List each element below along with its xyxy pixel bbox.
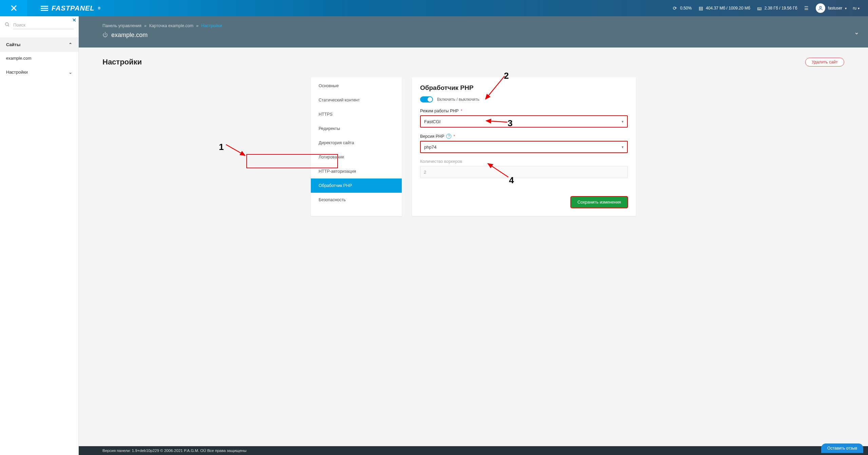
expand-subheader-button[interactable]: ⌄ [854,29,859,36]
domain-row: ⏻ example.com [102,32,844,39]
settings-nav-item[interactable]: Статический контент [311,93,402,107]
settings-nav-item[interactable]: Безопасность [311,193,402,207]
chevron-up-icon: ⌃ [69,42,72,47]
caret-down-icon: ▾ [858,6,860,10]
main-layout: ✕ Сайты ⌃ example.com Настройки ⌃ Панель… [0,16,868,455]
feedback-button[interactable]: Оставить отзыв [821,443,863,453]
crumb-sep: » [144,23,147,28]
page-title-row: Настройки Удалить сайт [102,58,844,67]
delete-site-button[interactable]: Удалить сайт [805,58,844,67]
crumb-card[interactable]: Карточка example.com [149,23,193,28]
panel-title: Обработчик PHP [420,84,628,92]
enable-toggle-row: Включить / выключить [420,96,628,102]
sidebar-group-sites[interactable]: Сайты ⌃ [0,37,78,52]
workers-input[interactable] [420,166,628,178]
required-star-icon: * [453,134,455,139]
language-menu[interactable]: ru ▾ [853,6,860,11]
crumb-dashboard[interactable]: Панель управления [102,23,141,28]
sidebar-item-site[interactable]: example.com [0,52,78,65]
sub-header: Панель управления » Карточка example.com… [79,16,868,48]
cpu-icon: ⟳ [672,5,678,11]
settings-nav-item[interactable]: Редиректы [311,121,402,136]
cpu-stat[interactable]: ⟳ 0.50% [672,5,692,11]
crumb-active: Настройки [201,23,222,28]
chevron-down-icon: ⌄ [854,29,859,36]
panel-actions: Сохранить изменения [420,193,628,208]
page-title: Настройки [102,58,142,67]
logo-stripes-icon [41,6,48,11]
header-stats: ⟳ 0.50% ▤ 404.37 Мб / 1009.20 Мб 🖴 2.38 … [672,3,868,13]
caret-down-icon: ▾ [845,6,847,10]
caret-down-icon: ▾ [622,145,624,149]
sidebar-search [0,16,78,31]
main-area: Панель управления » Карточка example.com… [79,16,868,455]
svg-point-1 [5,23,8,26]
enable-toggle[interactable] [420,96,433,102]
group-label: Сайты [6,42,20,47]
language-code: ru [853,6,856,11]
page-content: Настройки Удалить сайт ОсновныеСтатическ… [79,48,868,455]
required-star-icon: * [461,109,463,113]
ram-icon: ▤ [698,5,704,11]
settings-nav-item[interactable]: Обработчик PHP [311,178,402,193]
left-sidebar: ✕ Сайты ⌃ example.com Настройки ⌃ [0,16,79,455]
search-icon [5,22,10,28]
mode-value: FastCGI [424,119,440,124]
ram-value: 404.37 Мб / 1009.20 Мб [706,6,750,11]
php-mode-field: Режим работы PHP * FastCGI ▾ [420,109,628,128]
svg-line-2 [8,25,9,26]
version-value: php74 [424,145,436,150]
version-label: Версия PHP [420,134,444,139]
logo-text: FASTPANEL [52,4,94,12]
close-button[interactable]: ✕ [0,0,27,16]
php-mode-select[interactable]: FastCGI ▾ [420,115,628,128]
settings-nav: ОсновныеСтатический контентHTTPSРедирект… [311,77,402,216]
mode-label: Режим работы PHP [420,109,459,113]
toggle-label: Включить / выключить [437,97,479,102]
power-icon[interactable]: ⏻ [102,32,108,38]
php-version-select[interactable]: php74 ▾ [420,141,628,153]
user-menu[interactable]: fastuser ▾ [816,3,847,13]
settings-nav-item[interactable]: HTTP-авторизация [311,164,402,178]
crumb-sep: » [196,23,199,28]
server-icon: ☰ [804,5,810,11]
settings-columns: ОсновныеСтатический контентHTTPSРедирект… [102,77,844,216]
domain-title: example.com [111,32,148,39]
php-handler-panel: Обработчик PHP Включить / выключить Режи… [412,77,636,216]
app-logo[interactable]: FASTPANEL® [41,4,101,12]
help-icon[interactable]: ? [446,134,451,139]
disk-stat[interactable]: 🖴 2.38 Гб / 19.56 Гб [756,5,797,11]
breadcrumb: Панель управления » Карточка example.com… [102,23,844,28]
disk-value: 2.38 Гб / 19.56 Гб [765,6,797,11]
settings-nav-item[interactable]: Основные [311,79,402,93]
caret-down-icon: ▾ [622,119,624,124]
workers-field: Количество воркеров [420,159,628,178]
settings-nav-item[interactable]: HTTPS [311,107,402,121]
workers-label: Количество воркеров [420,159,462,164]
server-icon-button[interactable]: ☰ [804,5,810,11]
settings-nav-item[interactable]: Директория сайта [311,136,402,150]
search-input[interactable] [13,21,74,29]
chevron-down-icon: ⌃ [69,70,72,75]
php-version-field: Версия PHP ? * php74 ▾ [420,134,628,153]
close-icon: ✕ [10,3,18,14]
group-label: Настройки [6,70,28,75]
app-header: ✕ FASTPANEL® ⟳ 0.50% ▤ 404.37 Мб / 1009.… [0,0,868,16]
site-label: example.com [6,56,31,61]
footer-text: Версия панели: 1.9+deb10p229 © 2006-2021… [102,449,246,453]
avatar-icon [816,3,825,13]
username: fastuser [828,6,843,11]
footer: Версия панели: 1.9+deb10p229 © 2006-2021… [79,446,868,455]
disk-icon: 🖴 [756,5,762,11]
sidebar-group-settings[interactable]: Настройки ⌃ [0,65,78,79]
save-button[interactable]: Сохранить изменения [571,196,628,208]
svg-point-0 [819,6,821,8]
settings-nav-item[interactable]: Логирование [311,150,402,164]
cpu-value: 0.50% [680,6,692,11]
ram-stat[interactable]: ▤ 404.37 Мб / 1009.20 Мб [698,5,750,11]
